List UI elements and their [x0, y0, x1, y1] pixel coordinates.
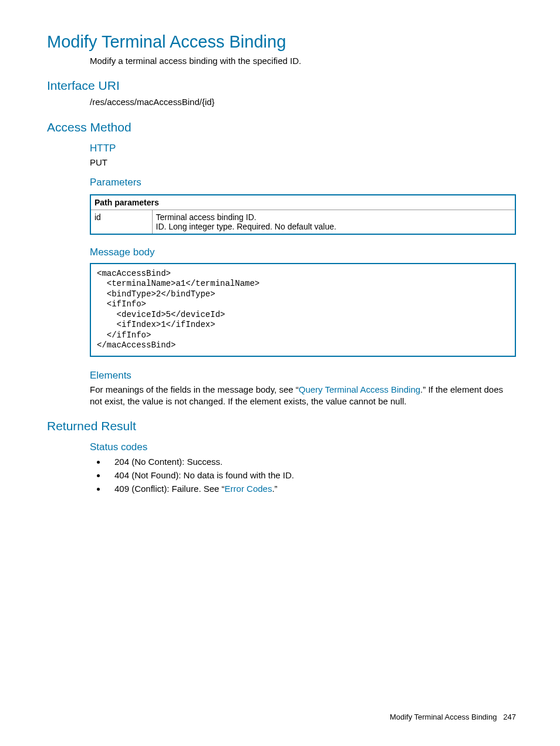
query-terminal-access-binding-link[interactable]: Query Terminal Access Binding [299, 384, 420, 394]
error-codes-link[interactable]: Error Codes [225, 484, 272, 494]
table-row: id Terminal access binding ID. ID. Long … [90, 210, 515, 234]
message-body-code: <macAccessBind> <terminalName>a1</termin… [90, 263, 516, 357]
status-prefix: 409 (Conflict): Failure. See “ [114, 484, 225, 494]
interface-uri-value: /res/access/macAccessBind/{id} [90, 96, 516, 108]
returned-result-heading: Returned Result [47, 419, 516, 433]
http-heading: HTTP [90, 143, 516, 154]
access-method-heading: Access Method [47, 120, 516, 134]
intro-text: Modify a terminal access binding with th… [90, 55, 516, 67]
page-content: Modify Terminal Access Binding Modify a … [0, 0, 560, 521]
status-suffix: .” [272, 484, 277, 494]
elements-text: For meanings of the fields in the messag… [90, 384, 516, 408]
table-header: Path parameters [90, 195, 515, 210]
interface-uri-heading: Interface URI [47, 79, 516, 93]
list-item: 404 (Not Found): No data is found with t… [106, 470, 516, 480]
list-item: 409 (Conflict): Failure. See “Error Code… [106, 484, 516, 494]
footer-page-number: 247 [503, 713, 516, 721]
footer-title: Modify Terminal Access Binding [390, 713, 497, 721]
status-codes-heading: Status codes [90, 441, 516, 453]
elements-heading: Elements [90, 370, 516, 382]
elements-prefix: For meanings of the fields in the messag… [90, 384, 299, 394]
status-codes-list: 204 (No Content): Success. 404 (Not Foun… [90, 457, 516, 494]
list-item: 204 (No Content): Success. [106, 457, 516, 467]
param-desc-line2: ID. Long integer type. Required. No defa… [156, 222, 512, 231]
param-desc: Terminal access binding ID. ID. Long int… [152, 210, 515, 234]
param-desc-line1: Terminal access binding ID. [156, 212, 512, 222]
http-value: PUT [90, 157, 516, 168]
page-footer: Modify Terminal Access Binding 247 [390, 713, 516, 721]
page-title: Modify Terminal Access Binding [47, 32, 516, 52]
path-parameters-table: Path parameters id Terminal access bindi… [90, 194, 516, 235]
parameters-heading: Parameters [90, 177, 516, 188]
message-body-heading: Message body [90, 247, 516, 258]
param-name: id [90, 210, 152, 234]
